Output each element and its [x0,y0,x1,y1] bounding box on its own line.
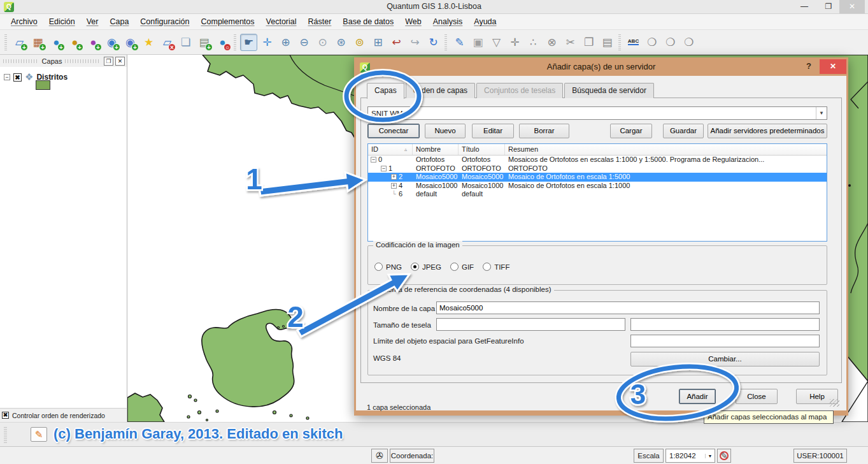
refresh-map-icon[interactable]: ↻ [425,34,442,51]
add-postgis-layer-icon[interactable]: ●+ [48,34,65,51]
zoom-in-icon[interactable]: ⊕ [277,34,294,51]
render-order-checkbox[interactable]: ✖ [2,412,9,419]
stop-render-icon[interactable]: ✎ [717,449,731,463]
zoom-to-selection-icon[interactable]: ⊚ [351,34,368,51]
table-row-2[interactable]: +2Mosaico5000Mosaico5000Mosaico de Ortof… [368,173,827,182]
rotate-label-icon[interactable]: ❍ [662,34,679,51]
radio-dot-icon[interactable] [411,263,419,271]
layer-name-input[interactable] [436,301,820,314]
menu-r-ster[interactable]: Ráster [302,15,338,28]
add-wms-layer-icon[interactable]: ◉+ [103,34,120,51]
radio-dot-icon[interactable] [450,263,459,271]
menu-complementos[interactable]: Complementos [195,15,260,28]
minimize-button[interactable]: — [793,0,815,13]
chevron-down-icon[interactable]: ▼ [705,454,715,458]
close-button[interactable]: Close [736,389,778,404]
add-feature-icon[interactable]: ▽ [488,34,505,51]
zoom-next-icon[interactable]: ↪ [406,34,423,51]
menu-archivo[interactable]: Archivo [5,15,43,28]
expander-minus-icon[interactable]: − [381,166,387,171]
conectar-button[interactable]: Conectar [367,124,420,138]
guardar-button[interactable]: Guardar [663,124,704,138]
menu-ver[interactable]: Ver [81,15,104,28]
move-label-icon[interactable]: ❍ [643,34,660,51]
expander-minus-icon[interactable]: − [371,157,376,163]
add-wfs-layer-icon[interactable]: ◉+ [122,34,139,51]
zoom-last-icon[interactable]: ↩ [388,34,405,51]
collapse-icon[interactable]: − [4,74,10,80]
delete-selected-icon[interactable]: ⊗ [543,34,560,51]
radio-tiff[interactable]: TIFF [483,263,509,271]
cargar-button[interactable]: Cargar [610,124,652,138]
expander-plus-icon[interactable]: + [391,174,397,180]
zoom-full-icon[interactable]: ⊛ [332,34,350,51]
column-header-id[interactable]: ID▵ [368,144,413,155]
change-label-properties-icon[interactable]: ❍ [680,34,697,51]
add-gps-layer-icon[interactable]: ▤+ [196,34,213,51]
legend-color-swatch[interactable] [36,80,50,90]
borrar-button[interactable]: Borrar [519,124,569,138]
add-mssql-layer-icon[interactable]: ●+ [85,34,102,51]
add-spatialite-layer-icon[interactable]: ●+ [66,34,83,51]
table-row-0[interactable]: −0OrtofotosOrtofotosMosaicos de Ortofoto… [368,156,827,164]
add-default-servers-button[interactable]: Añadir servidores predeterminados [708,124,827,138]
radio-png[interactable]: PNG [374,263,402,271]
column-header-nombre[interactable]: Nombre [413,144,459,155]
add-oracle-georaster-layer-icon[interactable]: ●○ [214,34,231,51]
layer-tree-item[interactable]: − ✖ ❖ Distritos [0,69,127,83]
menu-configuraci-n[interactable]: Configuración [134,15,195,28]
toggle-editing-icon[interactable]: ✎ [451,34,468,51]
new-print-composer-icon[interactable]: ❏ [177,34,194,51]
tab-capas[interactable]: Capas [367,83,404,99]
expander-plus-icon[interactable]: + [391,183,397,189]
radio-jpeg[interactable]: JPEG [411,263,441,271]
zoom-to-layer-icon[interactable]: ⊞ [369,34,387,51]
menu-base-de-datos[interactable]: Base de datos [337,15,399,28]
node-tool-icon[interactable]: ∴ [525,34,542,51]
tab-orden-de-capas[interactable]: Orden de capas [406,83,475,98]
editar-button[interactable]: Editar [472,124,514,138]
menu-vectorial[interactable]: Vectorial [260,15,302,28]
cut-features-icon[interactable]: ✂ [562,34,579,51]
layer-visibility-checkbox[interactable]: ✖ [13,73,22,82]
tile-width-input[interactable] [436,318,625,331]
paste-features-icon[interactable]: ▤ [599,34,616,51]
tab-busqueda-de-servidor[interactable]: Búsqueda de servidor [564,83,654,98]
remove-layer-icon[interactable]: ▱× [159,34,176,51]
change-crs-button[interactable]: Cambiar... [630,352,820,366]
move-feature-icon[interactable]: ✛ [506,34,523,51]
zoom-native-icon[interactable]: ⊙ [314,34,331,51]
chevron-down-icon[interactable]: ▼ [816,107,827,119]
zoom-out-icon[interactable]: ⊖ [295,34,313,51]
table-row-6[interactable]: └6defaultdefault [368,190,827,199]
resize-grip[interactable] [830,399,839,407]
radio-gif[interactable]: GIF [450,263,474,271]
menu-ayuda[interactable]: Ayuda [468,15,502,28]
table-row-4[interactable]: +4Mosaico1000Mosaico1000Mosaico de Ortof… [368,182,827,191]
radio-dot-icon[interactable] [483,263,491,271]
menu-web[interactable]: Web [399,15,427,28]
add-raster-layer-icon[interactable]: ▦+ [29,34,46,51]
tile-height-input[interactable] [630,318,820,331]
nuevo-button[interactable]: Nuevo [425,124,466,138]
close-panel-icon[interactable]: ✕ [115,57,125,66]
feature-limit-input[interactable] [630,335,820,347]
labeling-icon[interactable]: ABC [625,34,642,51]
copy-features-icon[interactable]: ❐ [580,34,597,51]
pan-to-selection-icon[interactable]: ✛ [259,34,276,51]
save-edits-icon[interactable]: ▣ [469,34,487,51]
layers-panel-header[interactable]: Capas ❐ ✕ [0,55,127,67]
close-window-button[interactable]: ✕ [839,0,865,13]
scale-select[interactable]: 1:82042 ▼ [665,449,715,463]
add-vector-layer-icon[interactable]: ▱+ [11,34,28,51]
new-shapefile-layer-icon[interactable]: ★ [140,34,157,51]
menu-analysis[interactable]: Analysis [427,15,469,28]
server-select[interactable]: SNIT WMS ▼ [367,106,827,120]
dialog-help-button[interactable]: ? [802,61,816,74]
table-row-1[interactable]: −1ORTOFOTOORTOFOTOORTOFOTO [368,164,827,173]
dialog-titlebar[interactable]: Q Añadir capa(s) de un servidor ? ✕ [356,59,846,76]
menu-capa[interactable]: Capa [104,15,134,28]
radio-dot-icon[interactable] [374,263,383,271]
pan-map-icon[interactable]: ☛ [240,34,257,51]
user-crs-button[interactable]: USER:100001 [793,449,847,463]
